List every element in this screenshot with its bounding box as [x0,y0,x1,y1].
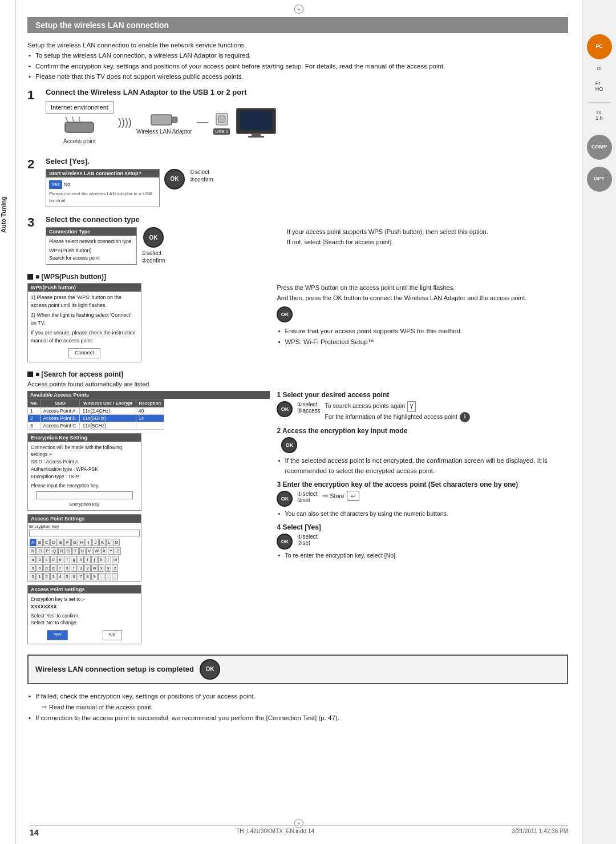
kb-key-F[interactable]: F [64,539,71,546]
ok-button-search3[interactable]: OK [277,491,293,507]
step-2-select-confirm: ①select ②confirm [189,169,213,183]
kb-key-i[interactable]: i [84,556,91,563]
kb-key-v[interactable]: v [84,564,91,572]
kb-key-5[interactable]: 5 [64,573,70,580]
kb-key-E[interactable]: E [58,539,64,546]
kb-key-m[interactable]: m [112,556,119,563]
kb-key-8[interactable]: 8 [84,573,91,580]
enc-input-field[interactable] [36,491,132,499]
kb-key-1[interactable]: 1 [37,573,43,580]
search-subtitle: Access points found automatically are li… [27,381,568,387]
ok-button-search4[interactable]: OK [277,534,293,550]
kb-key-X[interactable]: X [101,547,107,555]
kb-row-2: NOPQRSTUVWXYZ [28,547,141,555]
ok-button-search1[interactable]: OK [277,401,293,417]
kb-key-dash[interactable]: - [105,573,111,580]
kb-key-n[interactable]: n [30,564,36,572]
ok-button-wps[interactable]: OK [277,306,293,322]
kb-key-4[interactable]: 4 [57,573,63,580]
sidebar-opt-btn[interactable]: OPT [587,167,612,192]
return-btn[interactable]: ↩ [347,491,359,501]
kb-key-W[interactable]: W [93,547,100,555]
kb-key-d[interactable]: d [50,556,56,563]
kb-key-q[interactable]: q [50,564,56,572]
yn-line2: XXXXXXXX [31,603,138,611]
kb-key-o[interactable]: o [37,564,43,572]
ok-button-step3[interactable]: OK [143,227,164,248]
sidebar-comp-btn[interactable]: COMP [587,135,612,160]
kb-key-x[interactable]: x [98,564,104,572]
kb-key-r[interactable]: r [57,564,63,572]
kb-key-dot[interactable]: . [98,573,104,580]
kb-key-B[interactable]: B [37,539,43,546]
kb-key-j[interactable]: j [91,556,98,563]
kb-key-t[interactable]: t [71,564,77,572]
kb-key-c[interactable]: c [43,556,50,563]
kb-key-N[interactable]: N [30,547,36,555]
kb-key-w[interactable]: w [91,564,98,572]
kb-key-g[interactable]: g [71,556,77,563]
kb-key-K[interactable]: K [99,539,106,546]
kb-key-6[interactable]: 6 [71,573,77,580]
kb-key-l[interactable]: l [105,556,111,563]
kb-key-k[interactable]: k [98,556,104,563]
search-step4-select: ①select [297,534,317,540]
kb-key-Z[interactable]: Z [115,547,121,555]
step-3-confirm-label: ②confirm [141,257,165,264]
ap-row-2-wireless: 11n(5GHz) [80,414,136,422]
kb-key-f[interactable]: f [64,556,70,563]
kb-key-L[interactable]: L [106,539,112,546]
kb-key-b[interactable]: b [37,556,43,563]
kb-key-H[interactable]: H [79,539,85,546]
kb-key-A[interactable]: A [30,539,36,546]
step-3-select-confirm: ①select ②confirm [141,250,165,264]
kb-key-M[interactable]: M [113,539,120,546]
kb-key-T[interactable]: T [72,547,79,555]
ok-button-completed[interactable]: OK [200,659,220,680]
intro-text: Setup the wireless LAN connection to ena… [27,40,568,82]
cable-icon [197,122,208,123]
kb-key-u[interactable]: u [78,564,84,572]
kb-input-label: Encryption key [28,523,141,538]
kb-key-y[interactable]: y [105,564,111,572]
kb-key-7[interactable]: 7 [78,573,84,580]
kb-key-S[interactable]: S [66,547,72,555]
kb-key-P[interactable]: P [44,547,50,555]
kb-input-text: Encryption key [29,524,59,529]
kb-key-D[interactable]: D [50,539,56,546]
search-step2-title: 2 Access the encryption key input mode [277,427,568,435]
kb-key-p[interactable]: p [43,564,50,572]
kb-key-Q[interactable]: Q [51,547,58,555]
kb-key-a[interactable]: a [30,556,36,563]
kb-key-Y[interactable]: Y [108,547,114,555]
yn-yes-btn[interactable]: Yes [47,630,68,640]
sidebar-ho: HO [595,86,603,92]
kb-key-0[interactable]: 0 [30,573,36,580]
kb-key-J[interactable]: J [92,539,99,546]
kb-key-9[interactable]: 9 [91,573,98,580]
kb-input-field[interactable] [29,530,140,536]
yn-no-btn[interactable]: No [103,630,122,640]
ap-row-1: 1 Access Point A 11n(2.4GHz) 40 [28,407,164,414]
kb-key-R[interactable]: R [58,547,64,555]
kb-key-e[interactable]: e [57,556,63,563]
kb-key-I[interactable]: I [86,539,92,546]
kb-key-s[interactable]: s [64,564,70,572]
ok-button-step2[interactable]: OK [164,169,185,189]
sidebar-pc-btn[interactable]: PC [587,34,612,59]
kb-key-O[interactable]: O [37,547,43,555]
kb-key-2[interactable]: 2 [43,573,50,580]
kb-key-h[interactable]: h [78,556,84,563]
step-3-cols: Connection Type Please select network co… [46,227,568,265]
arrow-right-icon: ⇒ [322,492,328,500]
kb-key-3[interactable]: 3 [50,573,56,580]
kb-key-z[interactable]: z [112,564,118,572]
kb-key-C[interactable]: C [43,539,50,546]
auto-tuning-label: Auto Tuning [0,217,7,233]
kb-key-G[interactable]: G [71,539,78,546]
kb-key-under[interactable]: _ [112,573,118,580]
ok-button-search2[interactable]: OK [281,437,297,453]
kb-key-U[interactable]: U [79,547,86,555]
kb-key-V[interactable]: V [86,547,92,555]
search-title: ■ [Search for access point] [27,370,568,378]
